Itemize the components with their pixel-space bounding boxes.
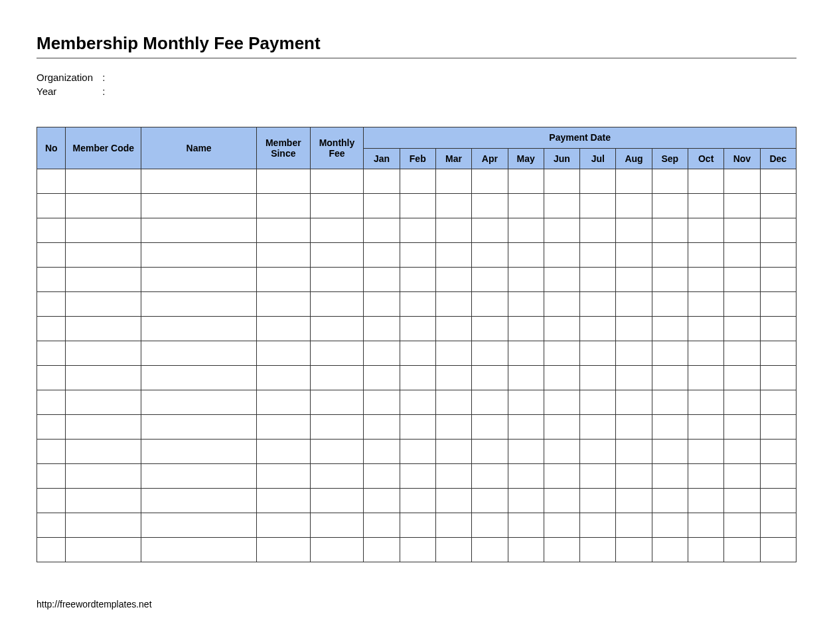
table-cell — [652, 513, 688, 538]
table-cell — [310, 317, 364, 341]
table-cell — [37, 390, 66, 415]
table-cell — [141, 415, 257, 440]
table-cell — [37, 243, 66, 268]
table-cell — [508, 415, 544, 440]
table-cell — [310, 415, 364, 440]
table-cell — [652, 415, 688, 440]
header-month-jan: Jan — [364, 148, 400, 169]
table-cell — [400, 194, 435, 218]
table-row — [37, 169, 796, 194]
table-cell — [37, 538, 66, 562]
table-cell — [688, 440, 723, 464]
table-cell — [256, 366, 310, 390]
table-cell — [37, 489, 66, 513]
table-cell — [508, 464, 544, 489]
table-cell — [688, 513, 723, 538]
table-cell — [724, 194, 760, 218]
table-row — [37, 218, 796, 243]
table-cell — [66, 218, 141, 243]
table-cell — [616, 268, 652, 292]
table-cell — [66, 317, 141, 341]
table-cell — [724, 440, 760, 464]
header-month-dec: Dec — [760, 148, 796, 169]
table-cell — [141, 194, 257, 218]
table-cell — [544, 538, 579, 562]
table-cell — [141, 366, 257, 390]
table-cell — [616, 390, 652, 415]
table-cell — [66, 243, 141, 268]
table-cell — [652, 292, 688, 317]
table-cell — [256, 317, 310, 341]
table-cell — [310, 194, 364, 218]
table-cell — [688, 341, 723, 366]
table-row — [37, 390, 796, 415]
table-cell — [616, 489, 652, 513]
table-cell — [256, 513, 310, 538]
table-cell — [364, 440, 400, 464]
table-cell — [364, 268, 400, 292]
table-cell — [310, 489, 364, 513]
table-cell — [66, 268, 141, 292]
table-cell — [688, 317, 723, 341]
table-cell — [364, 464, 400, 489]
table-cell — [435, 218, 471, 243]
header-name: Name — [141, 127, 257, 169]
table-cell — [616, 341, 652, 366]
table-cell — [435, 366, 471, 390]
table-cell — [66, 464, 141, 489]
table-cell — [37, 194, 66, 218]
table-cell — [652, 268, 688, 292]
header-month-jul: Jul — [580, 148, 616, 169]
table-cell — [580, 440, 616, 464]
table-cell — [544, 513, 579, 538]
header-member-code: Member Code — [66, 127, 141, 169]
table-cell — [37, 268, 66, 292]
table-cell — [652, 366, 688, 390]
header-month-feb: Feb — [400, 148, 435, 169]
table-cell — [760, 194, 796, 218]
table-cell — [400, 292, 435, 317]
table-cell — [508, 169, 544, 194]
table-cell — [508, 243, 544, 268]
table-cell — [435, 440, 471, 464]
table-cell — [472, 292, 508, 317]
table-cell — [472, 268, 508, 292]
table-cell — [688, 415, 723, 440]
table-cell — [616, 366, 652, 390]
table-row — [37, 292, 796, 317]
table-cell — [310, 218, 364, 243]
table-cell — [760, 218, 796, 243]
table-cell — [435, 390, 471, 415]
table-cell — [616, 243, 652, 268]
year-field-row: Year : — [37, 86, 796, 97]
table-cell — [580, 489, 616, 513]
table-cell — [472, 513, 508, 538]
table-cell — [364, 169, 400, 194]
table-cell — [400, 169, 435, 194]
table-cell — [256, 292, 310, 317]
table-cell — [364, 292, 400, 317]
table-cell — [141, 489, 257, 513]
table-cell — [580, 194, 616, 218]
table-cell — [580, 292, 616, 317]
table-cell — [37, 292, 66, 317]
table-cell — [724, 538, 760, 562]
table-cell — [37, 317, 66, 341]
table-cell — [472, 538, 508, 562]
table-cell — [688, 390, 723, 415]
table-cell — [616, 218, 652, 243]
table-cell — [760, 390, 796, 415]
table-cell — [435, 489, 471, 513]
table-cell — [580, 218, 616, 243]
table-cell — [688, 268, 723, 292]
table-cell — [652, 169, 688, 194]
table-cell — [364, 513, 400, 538]
table-cell — [652, 489, 688, 513]
table-row — [37, 317, 796, 341]
header-month-jun: Jun — [544, 148, 579, 169]
table-cell — [544, 390, 579, 415]
table-cell — [616, 464, 652, 489]
table-cell — [435, 268, 471, 292]
table-cell — [508, 317, 544, 341]
table-cell — [256, 243, 310, 268]
